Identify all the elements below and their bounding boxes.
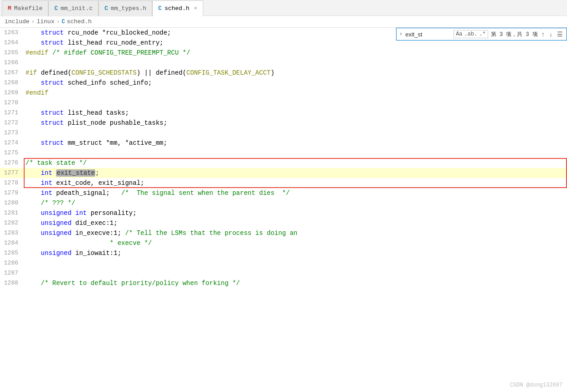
code-line-1279: 1279 int pdeath_signal; /* The signal se… [0, 188, 567, 198]
code-line-1281: 1281 unsigned int personality; [0, 208, 567, 218]
line-content-1265: #endif /* #ifdef CONFIG_TREE_PREEMPT_RCU… [24, 48, 567, 58]
tab-mm-types[interactable]: C mm_types.h [98, 0, 152, 16]
search-bar: › Aa .ab. .* 第 3 项，共 3 项 ↑ ↓ ☰ [396, 28, 567, 41]
regex-label: .* [479, 31, 485, 37]
code-line-1283: 1283 unsigned in_execve:1; /* Tell the L… [0, 228, 567, 238]
code-line-1270: 1270 [0, 98, 567, 108]
code-line-1288: 1288 /* Revert to default priority/polic… [0, 278, 567, 288]
code-line-1272: 1272 struct plist_node pushable_tasks; [0, 118, 567, 128]
breadcrumb: include › linux › C sched.h [0, 16, 567, 28]
line-num-1270: 1270 [0, 98, 24, 108]
line-num-1268: 1268 [0, 78, 24, 88]
line-num-1287: 1287 [0, 268, 24, 278]
tab-sched[interactable]: C sched.h × [152, 0, 203, 16]
line-num-1274: 1274 [0, 138, 24, 148]
line-num-1281: 1281 [0, 208, 24, 218]
line-content-1286 [24, 258, 567, 268]
line-num-1279: 1279 [0, 188, 24, 198]
tab-icon-c-3: C [158, 5, 162, 12]
search-input[interactable] [405, 31, 451, 38]
line-content-1287 [24, 268, 567, 278]
code-line-1280: 1280 /* ??? */ [0, 198, 567, 208]
code-line-1269: 1269 #endif [0, 88, 567, 98]
line-num-1283: 1283 [0, 228, 24, 238]
red-box-group: 1276 /* task state */ 1277 int exit_stat… [0, 158, 567, 188]
search-expand-icon[interactable]: › [399, 31, 402, 37]
line-content-1267: #if defined(CONFIG_SCHEDSTATS) || define… [24, 68, 567, 78]
line-num-1269: 1269 [0, 88, 24, 98]
line-content-1266 [24, 58, 567, 68]
line-content-1276: /* task state */ [24, 158, 567, 168]
line-num-1288: 1288 [0, 278, 24, 288]
line-num-1275: 1275 [0, 148, 24, 158]
tab-makefile[interactable]: M Makefile [2, 0, 48, 16]
line-content-1269: #endif [24, 88, 567, 98]
line-num-1271: 1271 [0, 108, 24, 118]
breadcrumb-sep-1: › [31, 18, 35, 25]
tab-icon-c-1: C [54, 5, 58, 12]
line-num-1285: 1285 [0, 248, 24, 258]
tab-close-icon[interactable]: × [194, 5, 197, 12]
code-line-1286: 1286 [0, 258, 567, 268]
line-content-1278: int exit_code, exit_signal; [24, 178, 567, 188]
search-options[interactable]: Aa .ab. .* [454, 30, 488, 38]
code-line-1285: 1285 unsigned in_iowait:1; [0, 248, 567, 258]
line-num-1267: 1267 [0, 68, 24, 78]
line-content-1272: struct plist_node pushable_tasks; [24, 118, 567, 128]
breadcrumb-sep-2: › [56, 18, 60, 25]
tab-icon-m: M [8, 5, 11, 12]
code-line-1276: 1276 /* task state */ [0, 158, 567, 168]
code-line-1277: 1277 int exit_state; [0, 168, 567, 178]
line-content-1280: /* ??? */ [24, 198, 567, 208]
breadcrumb-linux[interactable]: linux [36, 18, 54, 25]
line-num-1277: 1277 [0, 168, 24, 178]
tab-bar: M Makefile C mm_init.c C mm_types.h C sc… [0, 0, 567, 16]
line-content-1284: * execve */ [24, 238, 567, 248]
breadcrumb-c-icon: C [62, 19, 65, 25]
tab-sched-label: sched.h [165, 5, 190, 12]
line-num-1264: 1264 [0, 38, 24, 48]
tab-icon-c-2: C [104, 5, 108, 12]
watermark: CSDN @dong132697 [510, 382, 562, 388]
line-content-1275 [24, 148, 567, 158]
line-num-1273: 1273 [0, 128, 24, 138]
code-line-1271: 1271 struct list_head tasks; [0, 108, 567, 118]
match-word-label: .ab. [464, 31, 478, 37]
search-prev-button[interactable]: ↑ [541, 31, 546, 38]
search-menu-button[interactable]: ☰ [556, 31, 564, 38]
line-content-1281: unsigned int personality; [24, 208, 567, 218]
code-line-1282: 1282 unsigned did_exec:1; [0, 218, 567, 228]
line-content-1288: /* Revert to default priority/policy whe… [24, 278, 567, 288]
line-content-1282: unsigned did_exec:1; [24, 218, 567, 228]
breadcrumb-sched[interactable]: sched.h [67, 18, 92, 25]
match-case-label: Aa [456, 31, 462, 37]
code-line-1287: 1287 [0, 268, 567, 278]
line-num-1282: 1282 [0, 218, 24, 228]
code-line-1275: 1275 [0, 148, 567, 158]
code-line-1265: 1265 #endif /* #ifdef CONFIG_TREE_PREEMP… [0, 48, 567, 58]
line-num-1280: 1280 [0, 198, 24, 208]
line-num-1265: 1265 [0, 48, 24, 58]
code-area: › Aa .ab. .* 第 3 项，共 3 项 ↑ ↓ ☰ 1263 stru… [0, 28, 567, 392]
line-content-1283: unsigned in_execve:1; /* Tell the LSMs t… [24, 228, 567, 238]
line-content-1273 [24, 128, 567, 138]
code-line-1274: 1274 struct mm_struct *mm, *active_mm; [0, 138, 567, 148]
line-content-1279: int pdeath_signal; /* The signal sent wh… [24, 188, 567, 198]
search-next-button[interactable]: ↓ [548, 31, 553, 38]
tab-mm-init[interactable]: C mm_init.c [48, 0, 98, 16]
code-line-1284: 1284 * execve */ [0, 238, 567, 248]
line-num-1263: 1263 [0, 28, 24, 38]
code-line-1273: 1273 [0, 128, 567, 138]
line-content-1285: unsigned in_iowait:1; [24, 248, 567, 258]
line-num-1278: 1278 [0, 178, 24, 188]
breadcrumb-include[interactable]: include [5, 18, 30, 25]
line-num-1272: 1272 [0, 118, 24, 128]
line-num-1266: 1266 [0, 58, 24, 68]
code-line-1267: 1267 #if defined(CONFIG_SCHEDSTATS) || d… [0, 68, 567, 78]
tab-mm-init-label: mm_init.c [61, 5, 93, 12]
line-content-1277: int exit_state; [24, 168, 567, 178]
code-line-1266: 1266 [0, 58, 567, 68]
line-content-1270 [24, 98, 567, 108]
code-line-1268: 1268 struct sched_info sched_info; [0, 78, 567, 88]
line-num-1276: 1276 [0, 158, 24, 168]
